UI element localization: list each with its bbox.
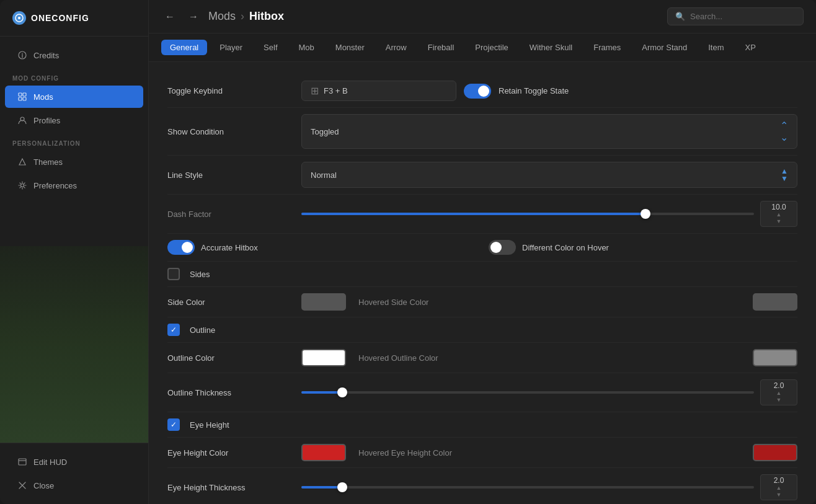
personalization-section: PERSONALIZATION <box>0 133 148 149</box>
show-condition-dropdown[interactable]: Toggled ⌃⌄ <box>301 114 797 149</box>
tab-frames[interactable]: Frames <box>585 40 629 55</box>
retain-toggle-switch[interactable] <box>464 84 491 99</box>
dash-factor-down[interactable]: ▼ <box>776 218 783 225</box>
outline-thickness-slider[interactable] <box>301 391 754 394</box>
accurate-hitbox-label: Accurate Hitbox <box>201 243 258 252</box>
tab-monster[interactable]: Monster <box>327 40 373 55</box>
breadcrumb-parent[interactable]: Mods <box>208 10 236 23</box>
eye-height-thickness-value: 2.0 <box>774 476 784 485</box>
outline-thickness-thumb[interactable] <box>337 387 347 397</box>
tab-item[interactable]: Item <box>699 40 732 55</box>
outline-color-swatch[interactable] <box>301 349 346 366</box>
search-input[interactable] <box>690 12 796 21</box>
sides-row: Sides <box>167 262 797 287</box>
preferences-icon <box>17 180 27 190</box>
tab-general[interactable]: General <box>161 40 207 55</box>
dash-factor-label: Dash Factor <box>167 210 291 219</box>
logo-text: ONECONFIG <box>31 13 89 23</box>
dash-factor-slider[interactable] <box>301 213 754 215</box>
sidebar-item-mods[interactable]: Mods <box>5 86 143 108</box>
logo-icon <box>12 11 26 25</box>
back-button[interactable]: ← <box>161 8 179 25</box>
search-box[interactable]: 🔍 <box>667 7 804 25</box>
tab-wither-skull[interactable]: Wither Skull <box>521 40 581 55</box>
toggle-keybind-control: ⊞ F3 + B Retain Toggle State <box>301 81 797 101</box>
sides-checkbox[interactable] <box>167 268 180 280</box>
retain-toggle-knob <box>478 86 489 97</box>
dash-factor-control: 10.0 ▲ ▼ <box>301 201 797 227</box>
hovered-eye-height-color-swatch[interactable] <box>753 444 797 461</box>
eye-height-thickness-row: Eye Height Thickness 2.0 ▲ ▼ <box>167 468 797 504</box>
hovered-eye-height-color-label: Hovered Eye Height Color <box>358 448 452 458</box>
eye-height-thickness-thumb[interactable] <box>337 482 347 492</box>
tab-player[interactable]: Player <box>211 40 251 55</box>
different-color-hover-label: Different Color on Hover <box>522 243 609 252</box>
search-icon: 🔍 <box>675 12 685 21</box>
dash-factor-thumb[interactable] <box>641 209 650 219</box>
sidebar-bottom: Edit HUD Close <box>0 443 148 504</box>
line-style-control: Normal ▲▼ <box>301 162 797 188</box>
profiles-icon <box>17 115 27 125</box>
sidebar-item-profiles[interactable]: Profiles <box>5 109 143 131</box>
eye-height-thickness-fill <box>301 486 342 489</box>
outline-checkbox[interactable]: ✓ <box>167 324 180 336</box>
forward-button[interactable]: → <box>185 8 202 25</box>
side-color-swatch[interactable] <box>301 293 346 311</box>
line-style-row: Line Style Normal ▲▼ <box>167 156 797 195</box>
outline-row: ✓ Outline <box>167 317 797 343</box>
line-style-dropdown-arrow-icon: ▲▼ <box>781 167 788 182</box>
outline-label: Outline <box>190 325 215 335</box>
sidebar-item-close-label: Close <box>33 481 54 490</box>
tab-arrow[interactable]: Arrow <box>377 40 415 55</box>
svg-rect-6 <box>23 97 26 100</box>
svg-point-1 <box>18 17 20 19</box>
outline-thickness-down[interactable]: ▼ <box>776 397 783 404</box>
tab-fireball[interactable]: Fireball <box>419 40 463 55</box>
sidebar-nav: Credits MOD CONFIG Mods Profile <box>0 37 148 246</box>
settings-content: Toggle Keybind ⊞ F3 + B Retain Toggle St… <box>149 62 816 504</box>
show-condition-control: Toggled ⌃⌄ <box>301 114 797 149</box>
different-color-hover-item: Different Color on Hover <box>489 240 797 255</box>
tab-armor-stand[interactable]: Armor Stand <box>633 40 696 55</box>
outline-color-control: Hovered Outline Color <box>301 349 797 366</box>
hovered-outline-color-label: Hovered Outline Color <box>358 353 438 363</box>
tab-mob[interactable]: Mob <box>290 40 323 55</box>
sidebar-item-edit-hud[interactable]: Edit HUD <box>5 451 143 473</box>
eye-height-label: Eye Height <box>190 420 229 430</box>
accurate-hitbox-toggle[interactable] <box>167 240 195 255</box>
accurate-hitbox-row: Accurate Hitbox Different Color on Hover <box>167 234 797 262</box>
edit-hud-icon <box>17 457 27 467</box>
tab-projectile[interactable]: Projectile <box>466 40 517 55</box>
sidebar-item-close[interactable]: Close <box>5 474 143 497</box>
outline-thickness-arrows: ▲ ▼ <box>776 390 783 404</box>
tab-self[interactable]: Self <box>255 40 286 55</box>
eye-height-thickness-slider[interactable] <box>301 486 754 489</box>
line-style-dropdown[interactable]: Normal ▲▼ <box>301 162 797 188</box>
accurate-hitbox-two-col: Accurate Hitbox Different Color on Hover <box>167 240 797 255</box>
show-condition-row: Show Condition Toggled ⌃⌄ <box>167 108 797 156</box>
eye-height-checkbox[interactable]: ✓ <box>167 418 180 431</box>
outline-thickness-up[interactable]: ▲ <box>776 390 783 397</box>
different-color-toggle[interactable] <box>489 240 516 255</box>
svg-rect-9 <box>19 459 26 465</box>
eye-height-thickness-up[interactable]: ▲ <box>776 485 783 492</box>
dash-factor-up[interactable]: ▲ <box>776 211 783 218</box>
side-color-control: Hovered Side Color <box>301 293 797 311</box>
tab-xp[interactable]: XP <box>737 40 765 55</box>
eye-height-color-swatch[interactable] <box>301 444 346 461</box>
header: ← → Mods › Hitbox 🔍 <box>149 0 816 33</box>
eye-height-thickness-down[interactable]: ▼ <box>776 492 783 498</box>
sidebar-item-themes[interactable]: Themes <box>5 151 143 173</box>
sidebar-item-preferences[interactable]: Preferences <box>5 174 143 197</box>
outline-thickness-value: 2.0 <box>774 381 784 390</box>
sidebar-item-credits[interactable]: Credits <box>5 44 143 66</box>
hovered-outline-color-swatch[interactable] <box>753 349 797 366</box>
sidebar-item-mods-label: Mods <box>33 92 53 102</box>
eye-height-thickness-control: 2.0 ▲ ▼ <box>301 474 797 500</box>
line-style-value: Normal <box>311 170 337 180</box>
breadcrumb-current: Hitbox <box>249 10 284 23</box>
hovered-side-color-swatch[interactable] <box>753 293 797 311</box>
dash-factor-arrows: ▲ ▼ <box>776 211 783 225</box>
keybind-box[interactable]: ⊞ F3 + B <box>301 81 456 101</box>
eye-height-color-row: Eye Height Color Hovered Eye Height Colo… <box>167 438 797 468</box>
